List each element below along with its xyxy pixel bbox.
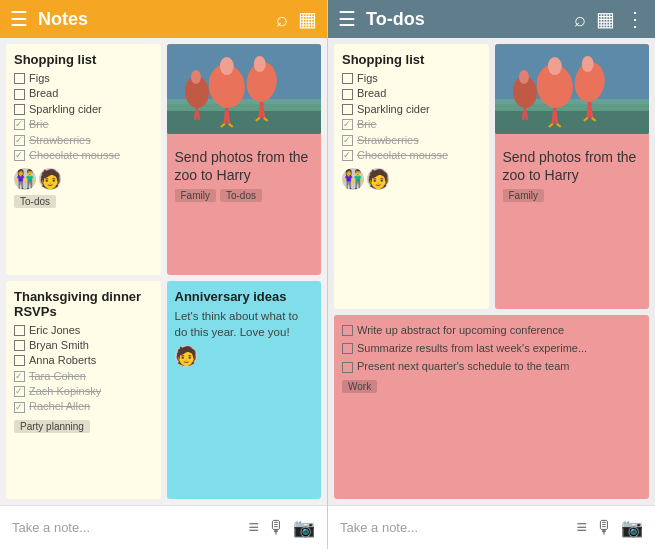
note-item: Present next quarter's schedule to the t… bbox=[342, 359, 641, 374]
anniversary-note[interactable]: Anniversary ideas Let's think about what… bbox=[167, 281, 322, 500]
checkbox-icon[interactable] bbox=[14, 104, 25, 115]
shopping-list-note-right[interactable]: Shopping list Figs Bread Sparkling cider… bbox=[334, 44, 489, 309]
note-item-checked: Chocolate mousse bbox=[14, 148, 153, 163]
take-note-placeholder-right[interactable]: Take a note... bbox=[340, 520, 568, 535]
checkbox-icon[interactable] bbox=[342, 89, 353, 100]
search-icon[interactable]: ⌕ bbox=[574, 8, 586, 31]
note-item: Bread bbox=[342, 86, 481, 101]
note-item-checked: Strawberries bbox=[342, 133, 481, 148]
note-item-checked: Rachel Allen bbox=[14, 399, 153, 414]
thanksgiving-note[interactable]: Thanksgiving dinner RSVPs Eric Jones Bry… bbox=[6, 281, 161, 500]
hamburger-icon[interactable]: ☰ bbox=[338, 7, 356, 31]
checkbox-icon[interactable] bbox=[14, 340, 25, 351]
checkbox-checked-icon[interactable] bbox=[14, 402, 25, 413]
checkbox-icon[interactable] bbox=[14, 355, 25, 366]
note-tags: Family To-dos bbox=[175, 189, 314, 202]
more-icon[interactable]: ⋮ bbox=[625, 7, 645, 31]
svg-point-16 bbox=[190, 70, 200, 84]
checkbox-icon[interactable] bbox=[14, 325, 25, 336]
avatar: 👫 bbox=[14, 168, 36, 190]
note-item-checked: Brie bbox=[342, 117, 481, 132]
avatar: 🧑 bbox=[175, 345, 197, 367]
checkbox-icon[interactable] bbox=[342, 343, 353, 354]
note-item: Bread bbox=[14, 86, 153, 101]
note-title: Shopping list bbox=[342, 52, 481, 67]
mic-icon[interactable]: 🎙 bbox=[267, 517, 285, 538]
note-item: Figs bbox=[14, 71, 153, 86]
list-icon[interactable]: ≡ bbox=[248, 517, 259, 538]
svg-point-4 bbox=[219, 57, 233, 75]
note-tags: Family bbox=[503, 189, 642, 202]
todos-grid: Shopping list Figs Bread Sparkling cider… bbox=[328, 38, 655, 505]
avatars: 🧑 bbox=[175, 345, 314, 367]
checkbox-checked-icon[interactable] bbox=[342, 135, 353, 146]
tag[interactable]: Work bbox=[342, 380, 377, 393]
checkbox-icon[interactable] bbox=[342, 362, 353, 373]
svg-line-6 bbox=[226, 108, 228, 124]
checkbox-icon[interactable] bbox=[14, 73, 25, 84]
shopping-list-note[interactable]: Shopping list Figs Bread Sparkling cider… bbox=[6, 44, 161, 275]
avatar: 🧑 bbox=[39, 168, 61, 190]
checkbox-icon[interactable] bbox=[14, 89, 25, 100]
avatar: 🧑 bbox=[367, 168, 389, 190]
bottom-bar: Take a note... ≡ 🎙 📷 bbox=[0, 505, 327, 549]
checkbox-checked-icon[interactable] bbox=[14, 371, 25, 382]
todos-header: ☰ To-dos ⌕ ▦ ⋮ bbox=[328, 0, 655, 38]
svg-line-12 bbox=[261, 102, 263, 118]
note-item-checked: Strawberries bbox=[14, 133, 153, 148]
send-photos-note[interactable]: Send photos from the zoo to Harry Family… bbox=[167, 44, 322, 275]
notes-header: ☰ Notes ⌕ ▦ bbox=[0, 0, 327, 38]
take-note-placeholder[interactable]: Take a note... bbox=[12, 520, 240, 535]
note-item: Sparkling cider bbox=[14, 102, 153, 117]
grid-icon[interactable]: ▦ bbox=[298, 7, 317, 31]
hamburger-icon[interactable]: ☰ bbox=[10, 7, 28, 31]
note-tags: To-dos bbox=[14, 195, 153, 208]
bottom-bar-right: Take a note... ≡ 🎙 📷 bbox=[328, 505, 655, 549]
camera-icon[interactable]: 📷 bbox=[621, 517, 643, 539]
checkbox-checked-icon[interactable] bbox=[14, 150, 25, 161]
mic-icon[interactable]: 🎙 bbox=[595, 517, 613, 538]
tag[interactable]: Party planning bbox=[14, 420, 90, 433]
svg-point-35 bbox=[518, 70, 528, 84]
note-title: Thanksgiving dinner RSVPs bbox=[14, 289, 153, 319]
note-big-text: Send photos from the zoo to Harry bbox=[175, 148, 314, 184]
note-item-checked: Tara Cohen bbox=[14, 369, 153, 384]
svg-point-29 bbox=[581, 56, 593, 72]
checkbox-checked-icon[interactable] bbox=[14, 135, 25, 146]
tag[interactable]: To-dos bbox=[14, 195, 56, 208]
checkbox-icon[interactable] bbox=[342, 73, 353, 84]
note-title: Anniversary ideas bbox=[175, 289, 314, 304]
note-item: Eric Jones bbox=[14, 323, 153, 338]
note-item: Summarize results from last week's exper… bbox=[342, 341, 641, 356]
note-image bbox=[167, 44, 322, 134]
todos-panel: ☰ To-dos ⌕ ▦ ⋮ Shopping list Figs Bread … bbox=[328, 0, 655, 549]
note-item: Figs bbox=[342, 71, 481, 86]
checkbox-checked-icon[interactable] bbox=[14, 119, 25, 130]
note-tags: Party planning bbox=[14, 420, 153, 433]
checkbox-checked-icon[interactable] bbox=[342, 150, 353, 161]
tag[interactable]: Family bbox=[175, 189, 216, 202]
note-item: Sparkling cider bbox=[342, 102, 481, 117]
grid-icon[interactable]: ▦ bbox=[596, 7, 615, 31]
note-title: Shopping list bbox=[14, 52, 153, 67]
checkbox-checked-icon[interactable] bbox=[342, 119, 353, 130]
work-tasks-note[interactable]: Write up abstract for upcoming conferenc… bbox=[334, 315, 649, 499]
avatar: 👫 bbox=[342, 168, 364, 190]
camera-icon[interactable]: 📷 bbox=[293, 517, 315, 539]
todos-title: To-dos bbox=[366, 9, 564, 30]
tag[interactable]: Family bbox=[503, 189, 544, 202]
list-icon[interactable]: ≡ bbox=[576, 517, 587, 538]
note-tags: Work bbox=[342, 380, 641, 393]
note-item: Write up abstract for upcoming conferenc… bbox=[342, 323, 641, 338]
checkbox-icon[interactable] bbox=[342, 325, 353, 336]
svg-line-31 bbox=[589, 102, 591, 118]
send-photos-note-right[interactable]: Send photos from the zoo to Harry Family bbox=[495, 44, 650, 309]
checkbox-checked-icon[interactable] bbox=[14, 386, 25, 397]
svg-point-10 bbox=[253, 56, 265, 72]
note-content: Let's think about what to do this year. … bbox=[175, 308, 314, 340]
note-item: Bryan Smith bbox=[14, 338, 153, 353]
search-icon[interactable]: ⌕ bbox=[276, 8, 288, 31]
tag[interactable]: To-dos bbox=[220, 189, 262, 202]
checkbox-icon[interactable] bbox=[342, 104, 353, 115]
note-big-text: Send photos from the zoo to Harry bbox=[503, 148, 642, 184]
